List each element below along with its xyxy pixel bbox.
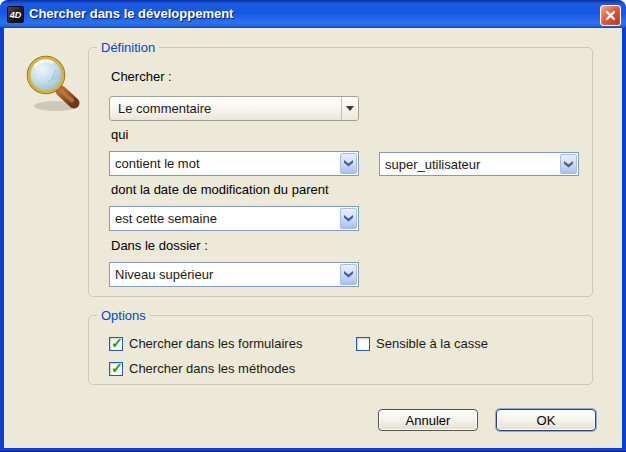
chercher-dropdown-value: Le commentaire: [118, 101, 211, 116]
date-combobox[interactable]: est cette semaine: [109, 206, 359, 231]
cancel-button[interactable]: Annuler: [378, 409, 478, 431]
date-label: dont la date de modification du parent: [111, 182, 329, 197]
qui-label: qui: [111, 127, 128, 142]
checkbox-label: Chercher dans les méthodes: [129, 361, 295, 376]
magnifier-icon: [22, 52, 84, 114]
ok-button[interactable]: OK: [496, 409, 596, 431]
dialog-body: Définition Chercher : Le commentaire qui…: [4, 28, 622, 448]
checkbox-icon[interactable]: ✓: [109, 362, 123, 376]
checkbox-label: Sensible à la casse: [376, 336, 488, 351]
dialog-window: 4D Chercher dans le développement: [0, 0, 626, 452]
titlebar[interactable]: 4D Chercher dans le développement: [0, 0, 626, 28]
dossier-combobox[interactable]: Niveau supérieur: [109, 262, 359, 287]
close-icon: [605, 10, 616, 21]
app-4d-icon: 4D: [7, 6, 24, 23]
chevron-down-icon: [560, 154, 577, 174]
definition-group: Définition Chercher : Le commentaire qui…: [88, 47, 593, 297]
chevron-down-icon: [340, 153, 357, 174]
word-combobox[interactable]: super_utilisateur: [379, 152, 579, 176]
dossier-combobox-value: Niveau supérieur: [115, 267, 213, 282]
close-button[interactable]: [600, 5, 621, 26]
checkbox-chercher-formulaires[interactable]: ✓ Chercher dans les formulaires: [109, 336, 302, 351]
definition-legend: Définition: [97, 40, 159, 55]
options-group: Options ✓ Chercher dans les formulaires …: [88, 315, 593, 385]
checkbox-chercher-methodes[interactable]: ✓ Chercher dans les méthodes: [109, 361, 295, 376]
checkbox-sensible-casse[interactable]: ✓ Sensible à la casse: [356, 336, 488, 351]
qui-combobox[interactable]: contient le mot: [109, 151, 359, 176]
qui-combobox-value: contient le mot: [115, 156, 200, 171]
date-combobox-value: est cette semaine: [115, 211, 217, 226]
dropdown-arrow-icon: [341, 97, 358, 120]
window-title: Chercher dans le développement: [29, 0, 233, 28]
chercher-dropdown[interactable]: Le commentaire: [109, 96, 359, 121]
chevron-down-icon: [340, 208, 357, 229]
dossier-label: Dans le dossier :: [111, 238, 208, 253]
word-combobox-value: super_utilisateur: [385, 157, 480, 172]
chevron-down-icon: [340, 264, 357, 285]
checkbox-label: Chercher dans les formulaires: [129, 336, 302, 351]
chercher-label: Chercher :: [111, 69, 172, 84]
checkbox-icon[interactable]: ✓: [109, 337, 123, 351]
checkbox-icon[interactable]: ✓: [356, 337, 370, 351]
options-legend: Options: [97, 308, 150, 323]
